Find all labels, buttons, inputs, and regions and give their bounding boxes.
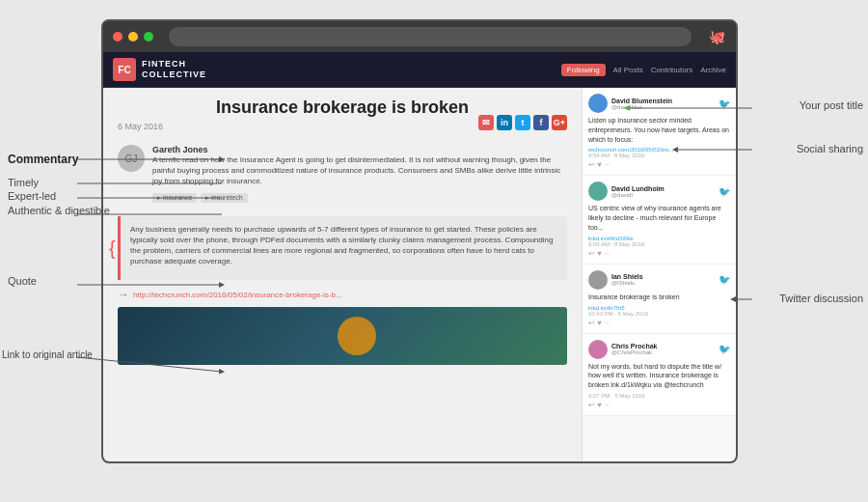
browser-toolbar: 🐙 <box>103 21 736 52</box>
following-button[interactable]: Following <box>561 64 606 76</box>
logo-icon: FC <box>113 58 136 81</box>
tag-insurance[interactable]: insurance <box>152 193 197 203</box>
commentary-annotation: Commentary <box>8 150 78 167</box>
archive-link[interactable]: Archive <box>700 66 726 74</box>
tweet-avatar-3 <box>588 270 608 290</box>
browser-frame: 🐙 FC FINTECH COLLECTIVE Following All Po… <box>101 19 738 463</box>
image-decoration <box>338 317 376 355</box>
site-nav: Following All Posts Contributors Archive <box>561 64 726 76</box>
tweet-author-2: David Lundholm @davidl <box>611 185 665 198</box>
tweet-header-4: Chris Prochak @ChrisProchak 🐦 <box>588 340 730 359</box>
tweet-author-3: Ian Shiels @IShiels <box>611 273 643 286</box>
tweet-name-4: Chris Prochak <box>611 343 657 349</box>
tweet-time-1: 9:54 AM · 6 May 2016 <box>588 153 730 158</box>
tweet-card-1: David Blumenstein @davidblue 🐦 Listen up… <box>583 88 736 176</box>
tweet-handle-1: @davidblue <box>611 104 672 110</box>
tweet-header-3: Ian Shiels @IShiels 🐦 <box>588 270 730 290</box>
social-sharing-annotation: Social sharing <box>797 143 863 154</box>
email-share-icon[interactable]: ✉ <box>478 115 494 130</box>
tag-insuretech[interactable]: insuretech <box>201 193 247 203</box>
site-logo: FC FINTECH COLLECTIVE <box>113 58 206 81</box>
tweet-text-2: US centric view of why insurance agents … <box>588 204 730 232</box>
tweet-header-2: David Lundholm @davidl 🐦 <box>588 181 730 201</box>
twitter-icon-2: 🐦 <box>719 186 730 197</box>
tweet-avatar-2 <box>588 181 608 201</box>
social-sharing-bar: ✉ in t f G+ <box>478 115 567 130</box>
tweet-text-4: Not my words, but hard to dispute the ti… <box>588 362 730 390</box>
tweet-name-3: Ian Shiels <box>611 273 643 280</box>
close-button[interactable] <box>113 32 122 42</box>
link-arrow-icon: → <box>118 288 129 301</box>
tweet-handle-4: @ChrisProchak <box>611 349 657 355</box>
tweet-time-4: 9:07 PM · 5 May 2016 <box>588 393 730 399</box>
facebook-share-icon[interactable]: f <box>533 115 549 130</box>
tweet-actions-3: ↩ ♥ ··· <box>588 319 730 327</box>
tweet-actions-1: ↩ ♥ ··· <box>588 160 730 169</box>
twitter-sidebar: David Blumenstein @davidblue 🐦 Listen up… <box>582 88 736 461</box>
tweet-avatar-4 <box>588 340 608 359</box>
commentary-label: Commentary <box>8 153 78 166</box>
quote-brace-icon: { <box>109 234 116 263</box>
linkedin-share-icon[interactable]: in <box>497 115 512 130</box>
quote-label: Quote <box>8 275 37 287</box>
tweet-actions-4: ↩ ♥ ··· <box>588 401 730 409</box>
tweet-card-2: David Lundholm @davidl 🐦 US centric view… <box>583 176 736 264</box>
authentic-label: Authentic & digestible <box>8 205 110 216</box>
tags: insurance insuretech <box>152 193 567 203</box>
page-content: FC FINTECH COLLECTIVE Following All Post… <box>103 52 736 461</box>
link-label: Link to original article <box>2 349 93 360</box>
page-body: Insurance brokerage is broken 6 May 2016… <box>103 88 736 461</box>
tweet-actions-2: ↩ ♥ ··· <box>588 249 730 258</box>
expert-led-label: Expert-led <box>8 190 56 202</box>
quote-block: { Any business generally needs to purcha… <box>118 216 567 281</box>
address-bar[interactable] <box>169 27 692 46</box>
tweet-text-1: Listen up Insurance sector minded entrep… <box>588 116 730 144</box>
tweet-author-4: Chris Prochak @ChrisProchak <box>611 343 657 355</box>
article-date: 6 May 2016 <box>118 122 163 131</box>
tweet-avatar-1 <box>588 94 608 113</box>
article-excerpt: A terrific read on how the Insurance Age… <box>152 154 567 187</box>
avatar: GJ <box>118 145 145 172</box>
twitter-discussion-annotation: Twitter discussion <box>779 293 863 304</box>
twitter-share-icon[interactable]: t <box>515 115 530 130</box>
author-info: Gareth Jones A terrific read on how the … <box>152 145 567 209</box>
author-name: Gareth Jones <box>152 145 567 154</box>
googleplus-share-icon[interactable]: G+ <box>552 115 567 130</box>
article-image <box>118 307 567 365</box>
minimize-button[interactable] <box>128 32 138 42</box>
timely-label: Timely <box>8 177 39 188</box>
twitter-icon-3: 🐦 <box>719 274 730 285</box>
tweet-card-4: Chris Prochak @ChrisProchak 🐦 Not my wor… <box>583 334 736 416</box>
twitter-icon-1: 🐦 <box>719 98 730 109</box>
tweet-text-3: Insurance brokerage is broken <box>588 293 730 302</box>
octopus-icon: 🐙 <box>707 27 726 46</box>
tweet-name-1: David Blumenstein <box>611 98 672 104</box>
main-content: Insurance brokerage is broken 6 May 2016… <box>103 88 582 461</box>
tweet-time-2: 9:03 AM · 8 May 2016 <box>588 241 730 247</box>
author-row: GJ Gareth Jones A terrific read on how t… <box>118 145 567 209</box>
tweet-author-1: David Blumenstein @davidblue <box>611 98 672 110</box>
twitter-icon-4: 🐦 <box>719 344 730 354</box>
tweet-time-3: 10:43 PM · 5 May 2016 <box>588 311 730 317</box>
tweet-header-1: David Blumenstein @davidblue 🐦 <box>588 94 730 113</box>
original-article-link[interactable]: → http://techcrunch.com/2016/05/02/insur… <box>118 288 567 301</box>
tweet-handle-3: @IShiels <box>611 280 643 286</box>
fullscreen-button[interactable] <box>144 32 153 42</box>
contributors-link[interactable]: Contributors <box>651 66 693 74</box>
logo-text: FINTECH COLLECTIVE <box>142 59 206 80</box>
all-posts-link[interactable]: All Posts <box>613 66 643 74</box>
tweet-handle-2: @davidl <box>611 192 665 198</box>
quote-text: Any business generally needs to purchase… <box>130 224 557 267</box>
post-title-annotation: Your post title <box>800 99 863 111</box>
tweet-name-2: David Lundholm <box>611 185 665 192</box>
site-header: FC FINTECH COLLECTIVE Following All Post… <box>103 52 736 88</box>
tweet-card-3: Ian Shiels @IShiels 🐦 Insurance brokerag… <box>583 265 736 334</box>
